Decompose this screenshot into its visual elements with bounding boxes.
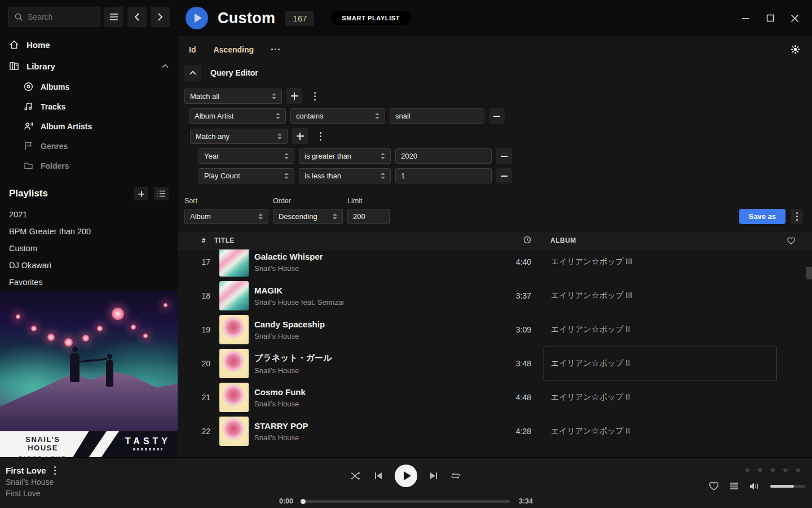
track-artist[interactable]: Snail’s House feat. Sennzai xyxy=(254,298,482,306)
rule-value-input[interactable] xyxy=(395,148,492,164)
volume-icon[interactable] xyxy=(749,482,760,491)
track-title[interactable]: プラネット・ガール xyxy=(254,353,482,364)
track-artist[interactable]: Snail’s House xyxy=(254,366,482,375)
sort-direction-button[interactable]: Ascending xyxy=(213,45,254,54)
rule-value-field[interactable] xyxy=(401,152,486,160)
track-artist[interactable]: Snail’s House xyxy=(254,264,482,273)
next-track-icon[interactable] xyxy=(429,471,438,480)
close-button[interactable] xyxy=(791,14,799,23)
minimize-button[interactable] xyxy=(742,14,750,23)
album-art-thumbnail[interactable] xyxy=(219,383,249,412)
track-album-cell[interactable]: エイリアン☆ポップ III xyxy=(544,279,777,313)
sidebar-item-home[interactable]: Home xyxy=(0,34,178,55)
album-art-thumbnail[interactable] xyxy=(219,315,249,344)
track-title[interactable]: MAGIK xyxy=(254,286,482,295)
collapse-query-button[interactable] xyxy=(184,65,201,81)
back-button[interactable] xyxy=(127,7,147,27)
playlist-item[interactable]: DJ Okawari xyxy=(0,257,178,274)
sidebar-item-albums[interactable]: Albums xyxy=(0,77,178,97)
maximize-button[interactable] xyxy=(766,14,774,22)
rule-value-field[interactable] xyxy=(395,112,479,120)
playlist-item[interactable]: BPM Greater than 200 xyxy=(0,223,178,240)
playlist-item[interactable]: Custom xyxy=(0,240,178,257)
sidebar-item-folders[interactable]: Folders xyxy=(0,156,178,176)
more-options-icon[interactable] xyxy=(271,49,280,50)
add-rule-button[interactable] xyxy=(292,128,308,144)
match-mode-select[interactable]: Match all xyxy=(184,89,282,104)
column-favorite[interactable] xyxy=(780,237,812,244)
rule-field-select[interactable]: Play Count xyxy=(198,168,294,183)
track-row[interactable]: 22 STARRY POP Snail’s House 4:28 エイリアン☆ポ… xyxy=(178,414,812,448)
track-row[interactable]: 20 プラネット・ガール Snail’s House 3:48 エイリアン☆ポッ… xyxy=(178,347,812,380)
collapse-chevron-icon[interactable] xyxy=(162,64,169,68)
track-album-cell[interactable]: エイリアン☆ポップ II xyxy=(544,313,777,347)
volume-slider[interactable] xyxy=(770,485,805,488)
track-artist[interactable]: Snail’s House xyxy=(254,400,482,408)
sidebar-item-album-artists[interactable]: Album Artists xyxy=(0,116,178,136)
remove-rule-button[interactable] xyxy=(496,148,512,164)
album-art-thumbnail[interactable] xyxy=(219,349,249,378)
group-menu-button[interactable] xyxy=(312,128,328,144)
star-rating[interactable]: ★ ★ ★ ★ ★ xyxy=(744,465,804,475)
now-playing-album-art[interactable]: SNAIL'S HOUSE FIRST LOVE TASTY xyxy=(0,291,178,457)
favorite-heart-icon[interactable] xyxy=(709,481,719,491)
progress-handle[interactable] xyxy=(301,499,306,504)
search-input[interactable] xyxy=(28,12,94,21)
remove-rule-button[interactable] xyxy=(489,108,505,124)
track-album-cell[interactable]: エイリアン☆ポップ II xyxy=(544,414,777,448)
track-artist[interactable]: Snail’s House xyxy=(254,332,482,340)
track-row[interactable]: 19 Candy Spaceship Snail’s House 3:09 エイ… xyxy=(178,313,812,347)
track-row[interactable]: 18 MAGIK Snail’s House feat. Sennzai 3:3… xyxy=(178,279,812,313)
menu-button[interactable] xyxy=(104,7,123,27)
album-art-thumbnail[interactable] xyxy=(219,417,249,446)
rule-field-select[interactable]: Year xyxy=(198,148,294,164)
track-title[interactable]: Cosmo Funk xyxy=(254,387,482,397)
track-title[interactable]: Candy Spaceship xyxy=(254,319,482,329)
search-box[interactable] xyxy=(8,7,100,27)
track-album-cell[interactable]: エイリアン☆ポップ II xyxy=(544,347,777,380)
album-art-thumbnail[interactable] xyxy=(219,249,249,277)
scrollbar-thumb[interactable] xyxy=(806,267,812,279)
shuffle-icon[interactable] xyxy=(351,471,362,480)
rule-field-select[interactable]: Album Artist xyxy=(189,108,286,124)
rule-value-field[interactable] xyxy=(401,172,486,180)
save-menu-button[interactable] xyxy=(791,209,803,224)
match-mode-select[interactable]: Match any xyxy=(190,129,288,144)
rule-operator-select[interactable]: contains xyxy=(290,108,385,124)
rule-operator-select[interactable]: is greater than xyxy=(299,148,391,164)
previous-track-icon[interactable] xyxy=(374,471,383,480)
track-artist[interactable]: Snail’s House xyxy=(254,433,482,442)
rule-operator-select[interactable]: is less than xyxy=(299,168,391,183)
sidebar-item-library[interactable]: Library xyxy=(0,55,178,77)
rule-value-input[interactable] xyxy=(395,168,492,183)
add-playlist-button[interactable] xyxy=(134,187,148,200)
play-pause-button[interactable] xyxy=(395,465,417,487)
column-album[interactable]: ALBUM xyxy=(544,237,780,244)
album-art-thumbnail[interactable] xyxy=(219,281,249,310)
now-playing-menu-icon[interactable] xyxy=(54,466,56,475)
settings-gear-icon[interactable] xyxy=(791,45,800,54)
limit-field[interactable] xyxy=(353,212,384,221)
column-number[interactable]: # xyxy=(178,237,213,244)
manage-playlists-button[interactable] xyxy=(154,187,169,200)
play-playlist-button[interactable] xyxy=(186,7,208,29)
playlist-item[interactable]: Favorites xyxy=(0,274,178,291)
rule-value-input[interactable] xyxy=(390,108,484,124)
sort-select[interactable]: Album xyxy=(184,209,268,224)
track-title[interactable]: Galactic Whisper xyxy=(254,252,482,261)
repeat-icon[interactable] xyxy=(450,471,461,480)
sidebar-item-tracks[interactable]: Tracks xyxy=(0,97,178,116)
track-row[interactable]: 17 Galactic Whisper Snail’s House 4:40 エ… xyxy=(178,249,812,279)
queue-icon[interactable] xyxy=(730,482,739,490)
forward-button[interactable] xyxy=(151,7,170,27)
progress-bar[interactable] xyxy=(302,500,510,503)
order-select[interactable]: Descending xyxy=(273,209,343,224)
column-duration[interactable] xyxy=(482,236,544,246)
track-album-cell[interactable]: エイリアン☆ポップ II xyxy=(544,380,777,414)
remove-rule-button[interactable] xyxy=(496,168,512,183)
add-rule-button[interactable] xyxy=(286,88,302,104)
track-album-cell[interactable]: エイリアン☆ポップ III xyxy=(544,249,777,279)
column-title[interactable]: TITLE xyxy=(213,237,482,244)
limit-input[interactable] xyxy=(347,209,390,224)
playlist-item[interactable]: 2021 xyxy=(0,206,178,223)
